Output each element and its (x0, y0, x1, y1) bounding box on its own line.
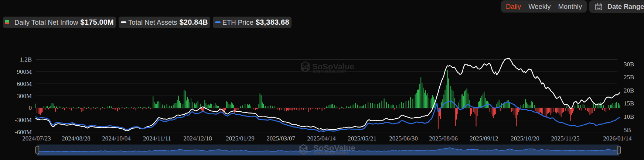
svg-text:2025/01/29: 2025/01/29 (226, 135, 254, 142)
svg-text:sosovalue.com: sosovalue.com (313, 69, 346, 74)
svg-text:2024/07/23: 2024/07/23 (22, 135, 51, 142)
svg-text:20B: 20B (624, 87, 634, 94)
svg-text:2024/11/11: 2024/11/11 (143, 135, 171, 142)
svg-text:30B: 30B (624, 61, 634, 68)
svg-text:10B: 10B (624, 113, 634, 120)
svg-text:900M: 900M (17, 68, 32, 75)
svg-text:2025/05/21: 2025/05/21 (348, 135, 376, 142)
svg-text:2026/01/14: 2026/01/14 (603, 135, 632, 142)
svg-text:sosovalue.com: sosovalue.com (313, 150, 348, 155)
svg-text:2025/08/06: 2025/08/06 (429, 135, 457, 142)
svg-text:600M: 600M (17, 80, 32, 87)
svg-text:12: 12 (597, 6, 601, 10)
svg-text:0: 0 (29, 104, 32, 111)
svg-text:300M: 300M (17, 93, 32, 100)
svg-text:2025/09/12: 2025/09/12 (470, 135, 498, 142)
svg-text:2024/08/28: 2024/08/28 (62, 135, 90, 142)
svg-text:2025/04/14: 2025/04/14 (307, 135, 336, 142)
svg-text:25B: 25B (624, 74, 634, 81)
svg-text:5B: 5B (624, 126, 631, 133)
svg-text:2025/06/30: 2025/06/30 (389, 135, 418, 142)
svg-text:1.2B: 1.2B (20, 56, 32, 63)
svg-text:2025/10/20: 2025/10/20 (511, 135, 539, 142)
svg-text:-300M: -300M (15, 116, 32, 124)
svg-text:2025/11/25: 2025/11/25 (551, 135, 580, 142)
svg-text:15B: 15B (624, 100, 634, 107)
svg-text:2025/03/07: 2025/03/07 (266, 135, 295, 142)
svg-text:2024/10/04: 2024/10/04 (102, 135, 131, 142)
svg-text:2024/12/18: 2024/12/18 (183, 135, 212, 142)
